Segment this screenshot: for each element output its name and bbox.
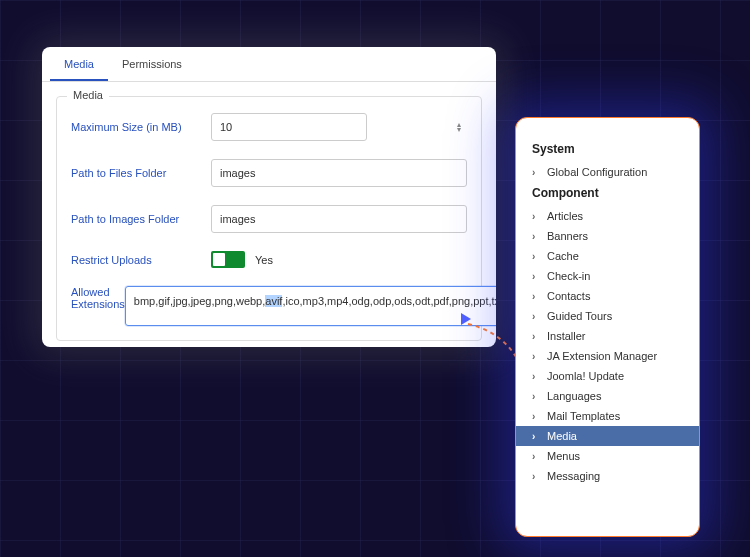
sidebar-item-mail-templates[interactable]: ›Mail Templates	[516, 406, 699, 426]
ext-post: ,ico,mp3,mp4,odg,odp,ods,odt,pdf,png,ppt…	[282, 295, 496, 307]
sidebar-item-label: Check-in	[547, 270, 590, 282]
config-sidebar-panel: System›Global ConfigurationComponent›Art…	[515, 117, 700, 537]
sidebar-item-languages[interactable]: ›Languages	[516, 386, 699, 406]
sidebar-item-articles[interactable]: ›Articles	[516, 206, 699, 226]
sidebar-item-label: Joomla! Update	[547, 370, 624, 382]
chevron-right-icon: ›	[532, 451, 542, 462]
row-max-size: Maximum Size (in MB) ▴▾	[71, 113, 467, 141]
chevron-right-icon: ›	[532, 291, 542, 302]
chevron-right-icon: ›	[532, 391, 542, 402]
chevron-right-icon: ›	[532, 251, 542, 262]
toggle-restrict-uploads[interactable]	[211, 251, 245, 268]
label-allowed-extensions: Allowed Extensions	[71, 286, 125, 310]
chevron-right-icon: ›	[532, 211, 542, 222]
sidebar-item-label: Articles	[547, 210, 583, 222]
toggle-state-label: Yes	[255, 254, 273, 266]
label-files-folder: Path to Files Folder	[71, 167, 211, 179]
ext-pre: bmp,gif,jpg,jpeg,png,webp,	[134, 295, 265, 307]
sidebar-item-banners[interactable]: ›Banners	[516, 226, 699, 246]
row-allowed-extensions: Allowed Extensions bmp,gif,jpg,jpeg,png,…	[71, 286, 467, 326]
chevron-right-icon: ›	[532, 351, 542, 362]
textarea-allowed-extensions[interactable]: bmp,gif,jpg,jpeg,png,webp,avif,ico,mp3,m…	[125, 286, 496, 326]
sidebar-item-label: JA Extension Manager	[547, 350, 657, 362]
arrowhead-icon	[461, 313, 471, 325]
media-settings-panel: Media Permissions Media Maximum Size (in…	[42, 47, 496, 347]
sidebar-item-label: Cache	[547, 250, 579, 262]
label-max-size: Maximum Size (in MB)	[71, 121, 211, 133]
input-files-folder[interactable]	[211, 159, 467, 187]
row-files-folder: Path to Files Folder	[71, 159, 467, 187]
sidebar-item-global-configuration[interactable]: ›Global Configuration	[516, 162, 699, 182]
sidebar-item-messaging[interactable]: ›Messaging	[516, 466, 699, 486]
number-stepper[interactable]: ▴▾	[457, 122, 461, 132]
tab-media[interactable]: Media	[50, 47, 108, 81]
sidebar-item-label: Messaging	[547, 470, 600, 482]
chevron-right-icon: ›	[532, 231, 542, 242]
input-max-size[interactable]	[211, 113, 367, 141]
tab-permissions[interactable]: Permissions	[108, 47, 196, 81]
sidebar-item-label: Mail Templates	[547, 410, 620, 422]
sidebar-item-media[interactable]: ›Media	[516, 426, 699, 446]
sidebar-item-label: Banners	[547, 230, 588, 242]
label-restrict-uploads: Restrict Uploads	[71, 254, 211, 266]
sidebar-item-check-in[interactable]: ›Check-in	[516, 266, 699, 286]
fieldset-legend: Media	[67, 89, 109, 101]
sidebar-item-label: Menus	[547, 450, 580, 462]
sidebar-item-contacts[interactable]: ›Contacts	[516, 286, 699, 306]
row-restrict-uploads: Restrict Uploads Yes	[71, 251, 467, 268]
menu-heading: System	[516, 138, 699, 162]
sidebar-item-guided-tours[interactable]: ›Guided Tours	[516, 306, 699, 326]
chevron-right-icon: ›	[532, 411, 542, 422]
chevron-right-icon: ›	[532, 431, 542, 442]
sidebar-item-label: Languages	[547, 390, 601, 402]
sidebar-item-ja-extension-manager[interactable]: ›JA Extension Manager	[516, 346, 699, 366]
sidebar-item-label: Media	[547, 430, 577, 442]
chevron-right-icon: ›	[532, 331, 542, 342]
chevron-right-icon: ›	[532, 311, 542, 322]
sidebar-item-label: Guided Tours	[547, 310, 612, 322]
row-images-folder: Path to Images Folder	[71, 205, 467, 233]
sidebar-item-menus[interactable]: ›Menus	[516, 446, 699, 466]
menu-heading: Component	[516, 182, 699, 206]
tabs-bar: Media Permissions	[42, 47, 496, 82]
input-images-folder[interactable]	[211, 205, 467, 233]
label-images-folder: Path to Images Folder	[71, 213, 211, 225]
sidebar-item-label: Installer	[547, 330, 586, 342]
chevron-right-icon: ›	[532, 371, 542, 382]
sidebar-item-label: Contacts	[547, 290, 590, 302]
chevron-right-icon: ›	[532, 471, 542, 482]
ext-highlight: avif	[265, 295, 282, 307]
media-fieldset: Media Maximum Size (in MB) ▴▾ Path to Fi…	[56, 96, 482, 341]
sidebar-item-cache[interactable]: ›Cache	[516, 246, 699, 266]
sidebar-item-label: Global Configuration	[547, 166, 647, 178]
sidebar-item-installer[interactable]: ›Installer	[516, 326, 699, 346]
sidebar-item-joomla-update[interactable]: ›Joomla! Update	[516, 366, 699, 386]
chevron-right-icon: ›	[532, 271, 542, 282]
chevron-right-icon: ›	[532, 167, 542, 178]
